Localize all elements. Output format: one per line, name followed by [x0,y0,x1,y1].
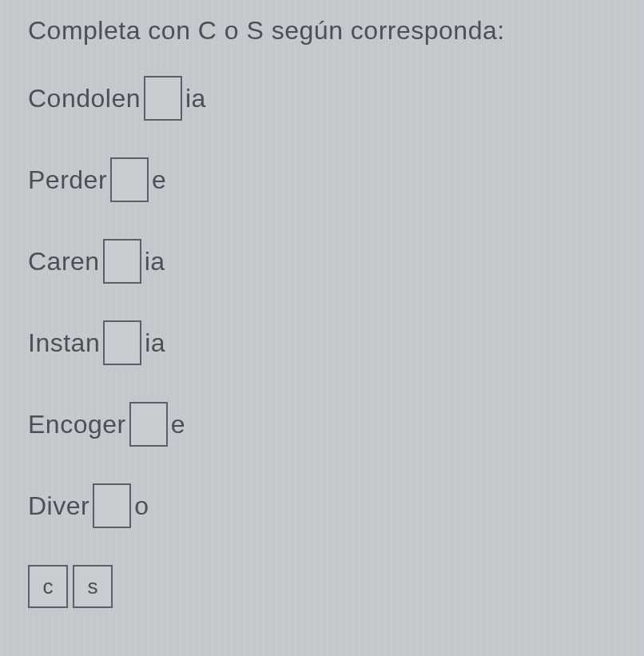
blank-box-1[interactable] [144,76,182,121]
word-prefix: Condolen [28,84,141,113]
word-suffix: ia [145,247,165,276]
word-prefix: Caren [28,247,100,276]
word-row-4: Instan ia [28,320,616,365]
blank-box-6[interactable] [93,483,131,528]
word-prefix: Encoger [28,410,126,439]
instruction-text: Completa con C o S según corresponda: [28,16,616,46]
word-row-2: Perder e [28,157,616,202]
blank-box-3[interactable] [103,239,141,284]
word-suffix: e [152,165,166,195]
word-suffix: e [171,410,185,439]
word-prefix: Perder [28,165,107,195]
word-row-5: Encoger e [28,402,616,447]
word-prefix: Diver [28,491,89,521]
word-suffix: o [134,491,149,521]
word-row-6: Diver o [28,483,616,528]
word-prefix: Instan [28,328,100,358]
letter-tiles-container: c s [28,565,616,608]
word-row-1: Condolen ia [28,76,616,121]
tile-s[interactable]: s [73,565,113,608]
word-suffix: ia [185,84,206,113]
word-row-3: Caren ia [28,239,616,284]
word-suffix: ia [145,328,165,358]
blank-box-5[interactable] [129,402,168,447]
blank-box-4[interactable] [103,320,141,365]
tile-c[interactable]: c [28,565,68,608]
blank-box-2[interactable] [110,157,149,202]
